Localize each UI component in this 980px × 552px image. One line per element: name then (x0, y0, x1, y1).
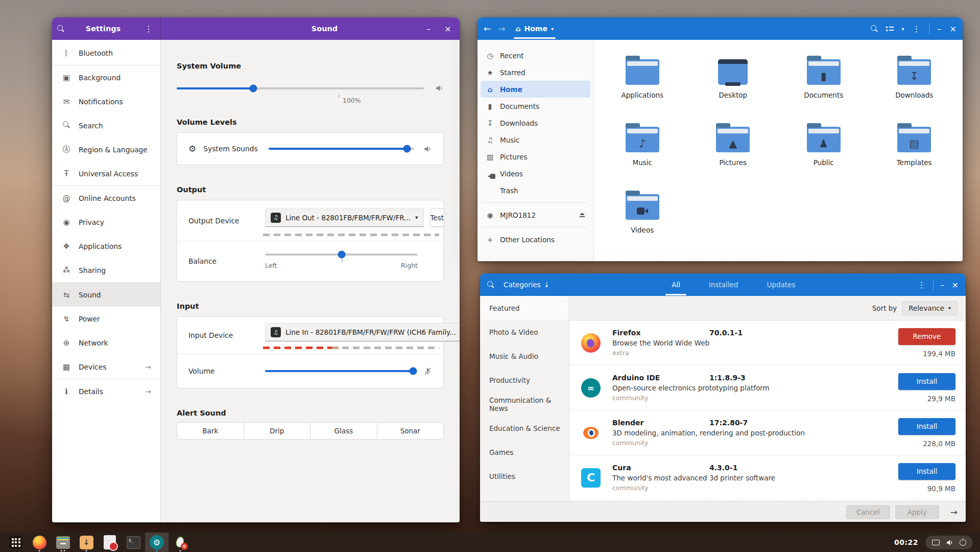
sidebar-item-bluetooth[interactable]: ᛒBluetooth (52, 41, 160, 65)
close-button[interactable]: × (950, 22, 957, 35)
sidebar-item-other-locations[interactable]: +Other Locations (481, 231, 590, 248)
taskbar-settings[interactable]: ⚙ (145, 533, 169, 552)
sidebar-item-applications[interactable]: ❖Applications (52, 234, 160, 258)
view-toggle-icon[interactable] (886, 27, 894, 31)
taskbar-text-editor[interactable] (98, 533, 122, 552)
search-icon[interactable] (57, 25, 64, 32)
minimize-button[interactable]: – (941, 278, 945, 291)
app-launcher-button[interactable] (4, 533, 28, 552)
alert-sound-glass-button[interactable]: Glass (310, 422, 377, 440)
tab-all[interactable]: All (668, 279, 683, 291)
system-tray[interactable] (925, 536, 973, 549)
install-button[interactable]: Install (898, 373, 955, 390)
view-options-chevron-icon[interactable]: ▾ (902, 26, 904, 32)
sidebar-item-documents[interactable]: ▮Documents (481, 98, 590, 114)
folder-public[interactable]: ♟Public (778, 123, 869, 190)
sidebar-item-music[interactable]: ♫Music (481, 131, 590, 148)
folder-desktop[interactable]: Desktop (688, 55, 779, 123)
sidebar-item-pictures[interactable]: ▨Pictures (481, 148, 590, 165)
close-button[interactable]: × (441, 22, 455, 35)
input-volume-slider[interactable] (265, 370, 413, 372)
sidebar-item-details[interactable]: ℹDetails→ (52, 379, 160, 403)
app-row-arduino[interactable]: ∞ Arduino IDE1:1.8.9-3 Open-source elect… (569, 365, 966, 410)
forward-button[interactable]: → (498, 24, 505, 34)
search-icon[interactable] (871, 25, 878, 32)
close-button[interactable]: × (952, 278, 959, 291)
folder-templates[interactable]: ▤Templates (869, 123, 960, 190)
alert-sound-drip-button[interactable]: Drip (244, 422, 311, 440)
clock[interactable]: 00:22 (894, 538, 918, 546)
app-row-cura[interactable]: C Cura4.3.0-1 The world's most advanced … (569, 455, 966, 500)
category-photo-video[interactable]: Photo & Video (480, 320, 569, 344)
sidebar-item-starred[interactable]: ★Starred (481, 64, 590, 81)
category-utilities[interactable]: Utilities (480, 464, 569, 488)
category-productivity[interactable]: Productivity (480, 368, 569, 392)
sidebar-item-videos[interactable]: Videos (481, 165, 590, 182)
sidebar-item-devices[interactable]: ▦Devices→ (52, 355, 160, 379)
folder-pictures[interactable]: ▲Pictures (688, 123, 779, 190)
sidebar-item-home[interactable]: ⌂Home (481, 81, 590, 98)
minimize-button[interactable]: – (422, 22, 435, 35)
system-sounds-slider-thumb[interactable] (403, 145, 411, 153)
remove-button[interactable]: Remove (898, 328, 955, 345)
tab-updates[interactable]: Updates (764, 279, 799, 291)
sidebar-item-power[interactable]: ↯Power (52, 307, 160, 331)
taskbar-firefox[interactable] (28, 533, 51, 552)
menu-kebab-icon[interactable]: ⋮ (913, 22, 921, 35)
sidebar-item-notifications[interactable]: ✉Notifications (52, 89, 160, 113)
sidebar-item-downloads[interactable]: ↧Downloads (481, 114, 590, 131)
tab-installed[interactable]: Installed (706, 279, 742, 291)
menu-kebab-icon[interactable]: ⋮ (142, 22, 155, 35)
sidebar-item-universal-access[interactable]: ŦUniversal Access (52, 162, 160, 186)
minimize-button[interactable]: – (938, 22, 942, 35)
taskbar-software-manager[interactable] (169, 533, 192, 552)
test-speakers-button[interactable]: Test (430, 209, 445, 227)
sidebar-item-online-accounts[interactable]: @Online Accounts (52, 186, 160, 210)
details-arrow-icon[interactable]: → (950, 507, 958, 517)
menu-kebab-icon[interactable]: ⋮ (918, 278, 926, 291)
folder-music[interactable]: ♪Music (597, 123, 688, 190)
system-volume-slider-thumb[interactable] (250, 84, 257, 92)
sidebar-item-privacy[interactable]: ◉Privacy (52, 210, 160, 234)
balance-slider[interactable] (265, 254, 418, 256)
alert-sound-sonar-button[interactable]: Sonar (377, 422, 444, 440)
folder-applications[interactable]: Applications (597, 55, 688, 123)
eject-icon[interactable] (579, 213, 585, 218)
install-button[interactable]: Install (898, 418, 955, 435)
folder-videos[interactable]: Videos (597, 190, 688, 258)
sidebar-item-trash[interactable]: Trash (481, 182, 590, 199)
system-sounds-slider[interactable] (269, 148, 414, 150)
taskbar-terminal[interactable]: $_ (122, 533, 145, 552)
sidebar-item-removable-drive[interactable]: ◉MJRO1812 (481, 206, 590, 223)
app-row-blender[interactable]: Blender17:2.80-7 3D modeling, animation,… (569, 410, 966, 455)
sidebar-item-region-language[interactable]: ⒶRegion & Language (52, 137, 160, 162)
app-row-firefox[interactable]: Firefox70.0.1-1 Browse the World Wide We… (569, 320, 966, 365)
taskbar-downloader[interactable]: ↓ (75, 533, 98, 552)
category-featured[interactable]: Featured (480, 296, 569, 320)
categories-button[interactable]: Categories ↓ (504, 281, 549, 289)
taskbar-file-manager[interactable] (51, 533, 75, 552)
sidebar-item-sharing[interactable]: ⁂Sharing (52, 258, 160, 282)
search-icon[interactable] (487, 281, 494, 288)
category-music-audio[interactable]: Music & Audio (480, 344, 569, 368)
path-home-button[interactable]: ⌂ Home ▾ (513, 22, 557, 35)
sort-dropdown[interactable]: Relevance ▾ (902, 301, 958, 315)
folder-documents[interactable]: ▮Documents (778, 55, 869, 123)
sidebar-item-network[interactable]: ⊕Network (52, 331, 160, 355)
category-games[interactable]: Games (480, 440, 569, 464)
system-volume-slider[interactable] (177, 87, 424, 89)
install-button[interactable]: Install (898, 463, 955, 480)
cancel-button[interactable]: Cancel (846, 505, 890, 519)
back-button[interactable]: ← (484, 24, 491, 34)
sidebar-item-sound[interactable]: ⇆Sound (52, 283, 160, 307)
sidebar-item-recent[interactable]: ◷Recent (481, 47, 590, 64)
output-device-dropdown[interactable]: ♫ Line Out - 82801FB/FBM/FR/FW/FR... ▾ (265, 209, 424, 227)
apply-button[interactable]: Apply (895, 505, 939, 519)
balance-slider-thumb[interactable] (338, 250, 345, 258)
input-volume-slider-thumb[interactable] (410, 367, 417, 375)
sidebar-item-search[interactable]: Search (52, 113, 160, 137)
input-device-dropdown[interactable]: ♫ Line In - 82801FB/FBM/FR/FW/FRW (ICH6 … (265, 323, 460, 341)
alert-sound-bark-button[interactable]: Bark (177, 422, 244, 440)
category-communication-news[interactable]: Communication & News (480, 392, 569, 416)
sidebar-item-background[interactable]: ▣Background (52, 65, 160, 89)
